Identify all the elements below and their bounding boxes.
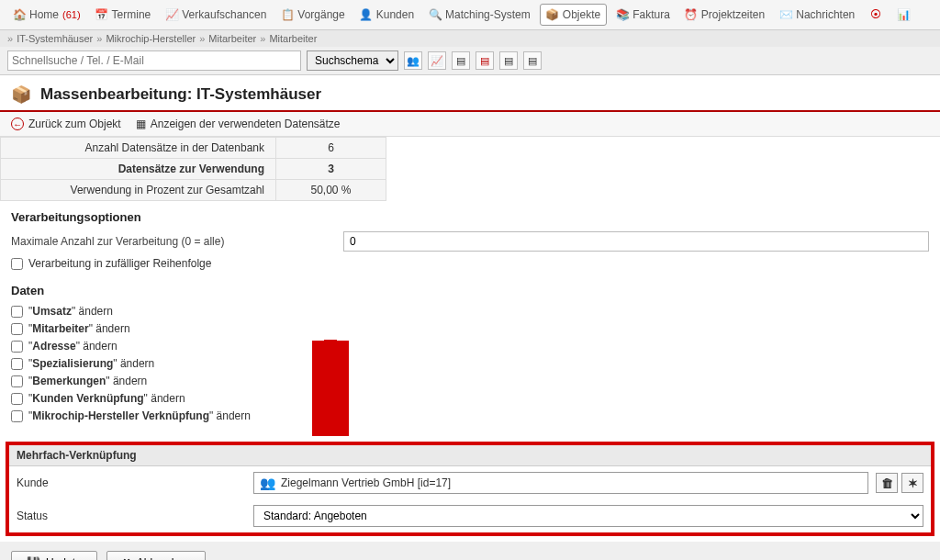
stats-value: 50,00 % [276,180,386,201]
list-icon: ▦ [136,118,146,130]
show-records-link[interactable]: ▦ Anzeigen der verwendeten Datensätze [136,118,341,130]
nav-home[interactable]: 🏠 Home (61) [7,5,86,25]
breadcrumb-item[interactable]: Mitarbeiter [269,33,317,44]
options-section: Verarbeitungsoptionen Maximale Anzahl zu… [0,201,940,284]
stats-row: Datensätze zur Verwendung 3 [1,159,386,180]
breadcrumb-item[interactable]: Mikrochip-Hersteller [106,33,196,44]
nav-label: Matching-System [445,8,531,21]
max-count-input[interactable] [343,231,929,252]
record-icon: ⦿ [869,8,882,21]
box-icon: 📦 [546,8,559,21]
kunde-input[interactable]: 👥 Ziegelmann Vertrieb GmbH [id=17] [253,472,868,494]
kunde-row: Kunde 👥 Ziegelmann Vertrieb GmbH [id=17]… [9,466,931,499]
stats-label: Datensätze zur Verwendung [1,159,276,180]
stats-table: Anzahl Datensätze in der Datenbank 6 Dat… [0,137,386,201]
field-change-checkbox[interactable] [11,323,23,335]
action-bar: ← Zurück zum Objekt ▦ Anzeigen der verwe… [0,112,940,137]
chart-icon: 📈 [165,8,178,21]
bars-icon: 📊 [897,8,910,21]
field-change-label: "Kunden Verknüpfung" ändern [28,392,185,405]
status-select[interactable]: Standard: Angeboten [253,505,923,527]
home-icon: 🏠 [13,8,26,21]
top-nav: 🏠 Home (61) 📅 Termine 📈 Verkaufschancen … [0,0,940,30]
mail-icon: ✉️ [779,8,792,21]
field-change-checkbox[interactable] [11,341,23,353]
update-button[interactable]: 💾 Update [11,551,97,560]
calendar-icon: 📅 [95,8,108,21]
back-arrow-icon: ← [11,118,24,130]
nav-objekte[interactable]: 📦 Objekte [540,4,607,26]
nav-extra1[interactable]: ⦿ [864,5,888,25]
nav-label: Faktura [632,8,670,21]
toolbar-btn-list2[interactable]: ▤ [476,51,494,70]
nav-vorgaenge[interactable]: 📋 Vorgänge [275,5,350,25]
nav-label: Verkaufschancen [182,8,266,21]
kunde-label: Kunde [17,476,246,489]
toolbar-btn-list1[interactable]: ▤ [452,51,470,70]
clock-icon: ⏰ [685,8,698,21]
back-label: Zurück zum Objekt [28,118,121,130]
back-link[interactable]: ← Zurück zum Objekt [11,118,121,130]
search-bar: Suchschema 👥 📈 ▤ ▤ ▤ ▤ [0,47,940,75]
breadcrumb-item[interactable]: Mitarbeiter [208,33,256,44]
field-change-row: "Umsatz" ändern [11,305,929,318]
nav-label: Home [29,8,59,21]
quicksearch-input[interactable] [7,50,301,71]
cancel-button[interactable]: ✖ Abbrechen [106,551,206,560]
stats-label: Verwendung in Prozent zur Gesamtzahl [1,180,276,201]
nav-verkaufschancen[interactable]: 📈 Verkaufschancen [160,5,272,25]
field-change-label: "Spezialisierung" ändern [28,357,154,370]
nav-kunden[interactable]: 👤 Kunden [354,5,420,25]
field-change-checkbox[interactable] [11,375,23,387]
field-change-checkbox[interactable] [11,410,23,422]
cancel-label: Abbrechen [137,556,190,560]
chevron-right-icon: » [7,33,13,44]
chevron-right-icon: » [260,33,265,44]
stats-value: 3 [276,159,386,180]
toolbar-btn-list4[interactable]: ▤ [523,51,542,70]
nav-label: Projektzeiten [701,8,765,21]
breadcrumb: » IT-Systemhäuser » Mikrochip-Hersteller… [0,30,940,47]
nav-nachrichten[interactable]: ✉️ Nachrichten [774,5,860,25]
footer-buttons: 💾 Update ✖ Abbrechen [0,542,940,560]
nav-badge: (61) [62,9,81,20]
field-change-row: "Mitarbeiter" ändern [11,322,929,335]
field-change-label: "Adresse" ändern [28,340,118,353]
field-change-checkbox[interactable] [11,358,23,370]
object-icon: 📦 [11,84,31,105]
random-order-checkbox[interactable] [11,258,23,270]
field-change-row: "Bemerkungen" ändern [11,375,929,387]
toolbar-btn-list3[interactable]: ▤ [499,51,518,70]
status-label: Status [17,510,246,522]
nav-label: Kunden [376,8,414,21]
field-change-label: "Mikrochip-Hersteller Verknüpfung" änder… [28,409,251,422]
kunde-clear-button[interactable]: 🗑 [876,473,898,493]
multilink-heading: Mehrfach-Verknüpfung [9,445,931,466]
options-heading: Verarbeitungsoptionen [11,210,929,224]
multilink-panel: Mehrfach-Verknüpfung Kunde 👥 Ziegelmann … [6,442,934,536]
field-change-label: "Umsatz" ändern [28,305,113,318]
book-icon: 📚 [616,8,629,21]
nav-faktura[interactable]: 📚 Faktura [610,5,676,25]
kunde-add-button[interactable]: ✶ [901,473,923,493]
show-label: Anzeigen der verwendeten Datensätze [151,118,341,130]
breadcrumb-item[interactable]: IT-Systemhäuser [17,33,93,44]
page-title: Massenbearbeitung: IT-Systemhäuser [40,85,321,104]
random-order-row: Verarbeitung in zufälliger Reihenfolge [11,257,929,270]
field-change-checkbox[interactable] [11,393,23,405]
update-label: Update [46,556,82,560]
nav-projektzeiten[interactable]: ⏰ Projektzeiten [679,5,770,25]
nav-matching[interactable]: 🔍 Matching-System [423,5,536,25]
nav-label: Objekte [563,8,600,21]
nav-termine[interactable]: 📅 Termine [90,5,157,25]
toolbar-btn-chart[interactable]: 📈 [428,51,446,70]
save-icon: 💾 [27,556,40,560]
toolbar-btn-users[interactable]: 👥 [404,51,422,70]
field-change-checkbox[interactable] [11,306,23,318]
stats-row: Verwendung in Prozent zur Gesamtzahl 50,… [1,180,386,201]
schema-select[interactable]: Suchschema [307,50,398,71]
nav-extra2[interactable]: 📊 [891,5,915,25]
random-order-label: Verarbeitung in zufälliger Reihenfolge [28,257,211,270]
page-title-row: 📦 Massenbearbeitung: IT-Systemhäuser [0,75,940,110]
chevron-right-icon: » [199,33,205,44]
